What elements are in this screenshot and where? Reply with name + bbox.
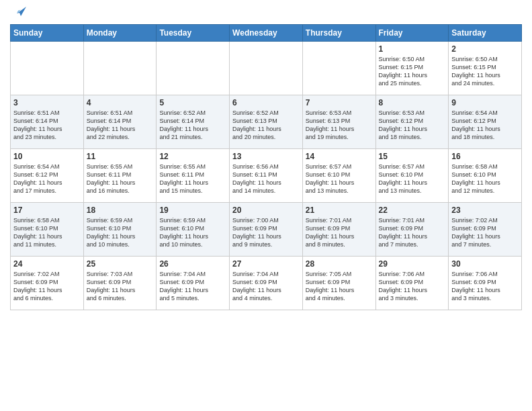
calendar-cell: 28Sunrise: 7:05 AM Sunset: 6:09 PM Dayli… xyxy=(302,257,375,310)
day-number: 26 xyxy=(159,259,226,269)
day-number: 29 xyxy=(379,259,446,269)
day-number: 1 xyxy=(379,44,446,54)
calendar-cell: 8Sunrise: 6:53 AM Sunset: 6:12 PM Daylig… xyxy=(375,95,449,149)
day-info: Sunrise: 7:00 AM Sunset: 6:09 PM Dayligh… xyxy=(232,216,300,249)
day-info: Sunrise: 6:55 AM Sunset: 6:11 PM Dayligh… xyxy=(87,163,154,195)
calendar-cell xyxy=(230,42,303,95)
day-info: Sunrise: 6:51 AM Sunset: 6:14 PM Dayligh… xyxy=(87,109,154,142)
calendar-cell: 20Sunrise: 7:00 AM Sunset: 6:09 PM Dayli… xyxy=(230,203,303,257)
calendar-cell: 23Sunrise: 7:02 AM Sunset: 6:09 PM Dayli… xyxy=(449,203,522,257)
weekday-header-monday: Monday xyxy=(83,25,157,42)
day-info: Sunrise: 7:04 AM Sunset: 6:09 PM Dayligh… xyxy=(159,270,226,303)
day-number: 4 xyxy=(87,98,154,107)
day-number: 7 xyxy=(306,98,373,107)
day-number: 28 xyxy=(306,259,373,269)
day-number: 19 xyxy=(159,205,226,215)
calendar-cell: 12Sunrise: 6:55 AM Sunset: 6:11 PM Dayli… xyxy=(157,149,230,203)
day-info: Sunrise: 6:56 AM Sunset: 6:11 PM Dayligh… xyxy=(232,163,300,195)
day-number: 24 xyxy=(13,259,81,269)
day-info: Sunrise: 6:58 AM Sunset: 6:10 PM Dayligh… xyxy=(451,163,519,195)
day-number: 27 xyxy=(232,259,300,269)
calendar-cell xyxy=(302,42,375,95)
calendar-week-3: 10Sunrise: 6:54 AM Sunset: 6:12 PM Dayli… xyxy=(11,149,522,203)
weekday-header-tuesday: Tuesday xyxy=(157,25,230,42)
day-info: Sunrise: 6:50 AM Sunset: 6:15 PM Dayligh… xyxy=(451,55,519,88)
day-info: Sunrise: 6:59 AM Sunset: 6:10 PM Dayligh… xyxy=(159,216,226,249)
day-info: Sunrise: 6:57 AM Sunset: 6:10 PM Dayligh… xyxy=(379,163,446,195)
calendar-cell: 25Sunrise: 7:03 AM Sunset: 6:09 PM Dayli… xyxy=(83,257,157,310)
day-number: 25 xyxy=(87,259,154,269)
calendar-cell: 24Sunrise: 7:02 AM Sunset: 6:09 PM Dayli… xyxy=(11,257,84,310)
calendar-cell: 2Sunrise: 6:50 AM Sunset: 6:15 PM Daylig… xyxy=(449,42,522,95)
calendar-cell: 14Sunrise: 6:57 AM Sunset: 6:10 PM Dayli… xyxy=(302,149,375,203)
day-number: 3 xyxy=(13,98,81,107)
calendar-cell: 16Sunrise: 6:58 AM Sunset: 6:10 PM Dayli… xyxy=(449,149,522,203)
day-info: Sunrise: 6:58 AM Sunset: 6:10 PM Dayligh… xyxy=(13,216,81,249)
day-info: Sunrise: 6:50 AM Sunset: 6:15 PM Dayligh… xyxy=(379,55,446,88)
day-number: 13 xyxy=(232,152,300,161)
calendar-cell: 18Sunrise: 6:59 AM Sunset: 6:10 PM Dayli… xyxy=(83,203,157,257)
day-info: Sunrise: 6:52 AM Sunset: 6:14 PM Dayligh… xyxy=(159,109,226,142)
calendar-cell: 19Sunrise: 6:59 AM Sunset: 6:10 PM Dayli… xyxy=(157,203,230,257)
header xyxy=(10,7,522,19)
day-info: Sunrise: 7:06 AM Sunset: 6:09 PM Dayligh… xyxy=(379,270,446,303)
day-info: Sunrise: 7:04 AM Sunset: 6:09 PM Dayligh… xyxy=(232,270,300,303)
calendar-cell: 21Sunrise: 7:01 AM Sunset: 6:09 PM Dayli… xyxy=(302,203,375,257)
day-info: Sunrise: 6:53 AM Sunset: 6:12 PM Dayligh… xyxy=(379,109,446,142)
day-info: Sunrise: 6:51 AM Sunset: 6:14 PM Dayligh… xyxy=(13,109,81,142)
day-number: 10 xyxy=(13,152,81,161)
day-number: 12 xyxy=(159,152,226,161)
calendar-week-1: 1Sunrise: 6:50 AM Sunset: 6:15 PM Daylig… xyxy=(11,42,522,95)
calendar-cell xyxy=(157,42,230,95)
weekday-header-friday: Friday xyxy=(375,25,449,42)
calendar-cell: 22Sunrise: 7:01 AM Sunset: 6:09 PM Dayli… xyxy=(375,203,449,257)
day-number: 14 xyxy=(306,152,373,161)
calendar-cell: 3Sunrise: 6:51 AM Sunset: 6:14 PM Daylig… xyxy=(11,95,84,149)
day-number: 11 xyxy=(87,152,154,161)
logo xyxy=(10,7,26,19)
day-number: 15 xyxy=(379,152,446,161)
day-info: Sunrise: 6:53 AM Sunset: 6:13 PM Dayligh… xyxy=(306,109,373,142)
day-info: Sunrise: 7:01 AM Sunset: 6:09 PM Dayligh… xyxy=(306,216,373,249)
logo-icon xyxy=(11,4,26,19)
day-info: Sunrise: 6:59 AM Sunset: 6:10 PM Dayligh… xyxy=(87,216,154,249)
calendar-cell: 11Sunrise: 6:55 AM Sunset: 6:11 PM Dayli… xyxy=(83,149,157,203)
calendar-week-4: 17Sunrise: 6:58 AM Sunset: 6:10 PM Dayli… xyxy=(11,203,522,257)
calendar-cell: 30Sunrise: 7:06 AM Sunset: 6:09 PM Dayli… xyxy=(449,257,522,310)
day-number: 9 xyxy=(451,98,519,107)
day-number: 18 xyxy=(87,205,154,215)
calendar-header-row: SundayMondayTuesdayWednesdayThursdayFrid… xyxy=(11,25,522,42)
calendar-cell xyxy=(83,42,157,95)
day-number: 2 xyxy=(451,44,519,54)
calendar-cell: 17Sunrise: 6:58 AM Sunset: 6:10 PM Dayli… xyxy=(11,203,84,257)
calendar-cell: 5Sunrise: 6:52 AM Sunset: 6:14 PM Daylig… xyxy=(157,95,230,149)
weekday-header-sunday: Sunday xyxy=(11,25,84,42)
day-info: Sunrise: 7:05 AM Sunset: 6:09 PM Dayligh… xyxy=(306,270,373,303)
day-info: Sunrise: 7:01 AM Sunset: 6:09 PM Dayligh… xyxy=(379,216,446,249)
calendar-cell: 29Sunrise: 7:06 AM Sunset: 6:09 PM Dayli… xyxy=(375,257,449,310)
day-info: Sunrise: 7:02 AM Sunset: 6:09 PM Dayligh… xyxy=(13,270,81,303)
weekday-header-wednesday: Wednesday xyxy=(230,25,303,42)
day-info: Sunrise: 7:03 AM Sunset: 6:09 PM Dayligh… xyxy=(87,270,154,303)
day-number: 16 xyxy=(451,152,519,161)
day-number: 22 xyxy=(379,205,446,215)
calendar-cell: 1Sunrise: 6:50 AM Sunset: 6:15 PM Daylig… xyxy=(375,42,449,95)
calendar-cell: 6Sunrise: 6:52 AM Sunset: 6:13 PM Daylig… xyxy=(230,95,303,149)
day-info: Sunrise: 6:55 AM Sunset: 6:11 PM Dayligh… xyxy=(159,163,226,195)
day-number: 17 xyxy=(13,205,81,215)
day-info: Sunrise: 6:54 AM Sunset: 6:12 PM Dayligh… xyxy=(13,163,81,195)
day-number: 6 xyxy=(232,98,300,107)
calendar-cell xyxy=(11,42,84,95)
day-number: 5 xyxy=(159,98,226,107)
calendar-cell: 10Sunrise: 6:54 AM Sunset: 6:12 PM Dayli… xyxy=(11,149,84,203)
day-number: 20 xyxy=(232,205,300,215)
day-number: 8 xyxy=(379,98,446,107)
calendar-table: SundayMondayTuesdayWednesdayThursdayFrid… xyxy=(10,24,522,310)
weekday-header-saturday: Saturday xyxy=(449,25,522,42)
day-info: Sunrise: 6:57 AM Sunset: 6:10 PM Dayligh… xyxy=(306,163,373,195)
calendar-cell: 13Sunrise: 6:56 AM Sunset: 6:11 PM Dayli… xyxy=(230,149,303,203)
calendar-cell: 26Sunrise: 7:04 AM Sunset: 6:09 PM Dayli… xyxy=(157,257,230,310)
calendar-cell: 15Sunrise: 6:57 AM Sunset: 6:10 PM Dayli… xyxy=(375,149,449,203)
day-info: Sunrise: 7:02 AM Sunset: 6:09 PM Dayligh… xyxy=(451,216,519,249)
day-info: Sunrise: 7:06 AM Sunset: 6:09 PM Dayligh… xyxy=(451,270,519,303)
